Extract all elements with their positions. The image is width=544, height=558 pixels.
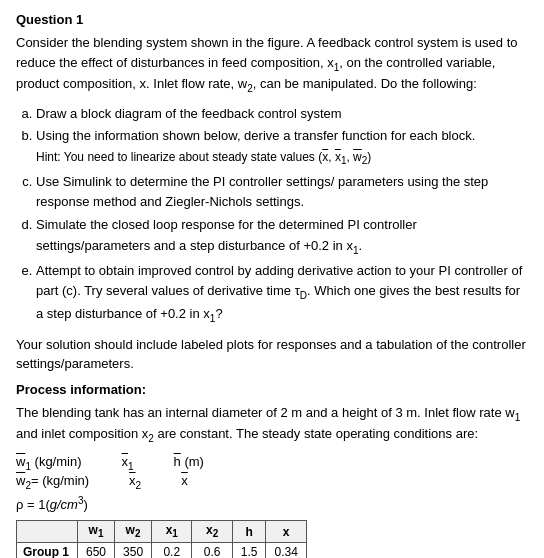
group-1-h: 1.5 (232, 542, 266, 558)
group-1-x: 0.34 (266, 542, 306, 558)
vars-row-1: w1 (kg/min) x1 h (m) (16, 454, 528, 472)
task-item-d: Simulate the closed loop response for th… (36, 215, 528, 258)
group-1-x1: 0.2 (152, 542, 192, 558)
data-table: w1 w2 x1 x2 h x Group 1 650 350 0.2 0.6 … (16, 520, 307, 558)
vars-block: w1 (kg/min) x1 h (m) w2= (kg/min) x2 x (16, 454, 528, 491)
var-x2-bar: x2 (129, 473, 141, 491)
col-header-x1: x1 (152, 521, 192, 542)
question-title: Question 1 (16, 12, 528, 27)
col-header-x: x (266, 521, 306, 542)
task-item-b: Using the information shown below, deriv… (36, 126, 528, 169)
task-item-c: Use Simulink to determine the PI control… (36, 172, 528, 214)
task-item-a: Draw a block diagram of the feedback con… (36, 104, 528, 125)
group-1-w2: 350 (115, 542, 152, 558)
group-1-w1: 650 (78, 542, 115, 558)
col-header-w1: w1 (78, 521, 115, 542)
var-w1-bar: w1 (kg/min) (16, 454, 82, 472)
density-text: ρ = 1(g/cm3) (16, 495, 528, 512)
var-x-bar: x (181, 473, 188, 488)
col-header-h: h (232, 521, 266, 542)
table-row: Group 1 650 350 0.2 0.6 1.5 0.34 (17, 542, 307, 558)
process-section-title: Process information: (16, 382, 528, 397)
intro-text: Consider the blending system shown in th… (16, 33, 528, 96)
vars-row-2: w2= (kg/min) x2 x (16, 473, 528, 491)
group-1-x2: 0.6 (192, 542, 232, 558)
group-1-label: Group 1 (17, 542, 78, 558)
var-h-bar: h (m) (174, 454, 204, 469)
task-item-e: Attempt to obtain improved control by ad… (36, 261, 528, 327)
var-w2-bar: w2= (kg/min) (16, 473, 89, 491)
question-container: Question 1 Consider the blending system … (16, 12, 528, 558)
col-header-x2: x2 (192, 521, 232, 542)
col-header-group (17, 521, 78, 542)
col-header-w2: w2 (115, 521, 152, 542)
var-x1-bar: x1 (122, 454, 134, 472)
process-text: The blending tank has an internal diamet… (16, 403, 528, 446)
task-list: Draw a block diagram of the feedback con… (36, 104, 528, 327)
solution-text: Your solution should include labeled plo… (16, 335, 528, 374)
